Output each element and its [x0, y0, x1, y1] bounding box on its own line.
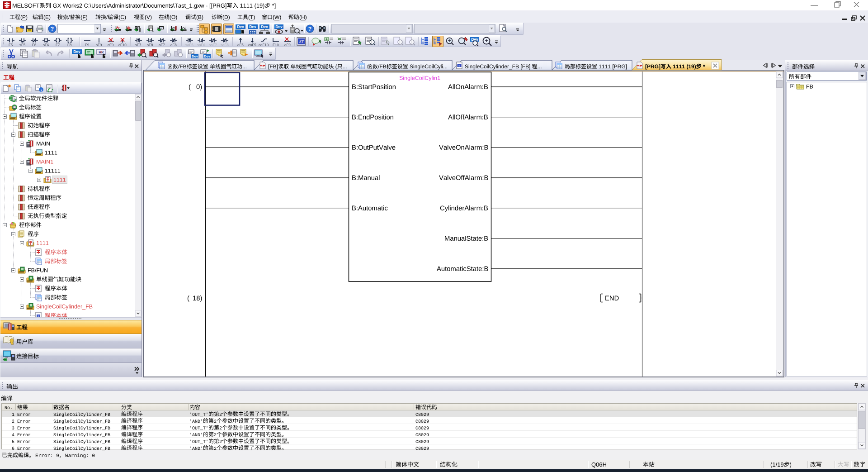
svg-text:Dev: Dev: [237, 24, 244, 29]
svg-text:Dev: Dev: [261, 24, 268, 29]
svg-text:Dev: Dev: [204, 54, 211, 58]
svg-text:?: ?: [51, 26, 54, 32]
svg-text:Dev: Dev: [73, 49, 80, 54]
svg-text:ST: ST: [299, 39, 304, 44]
svg-text:HK: HK: [99, 50, 104, 54]
svg-text:Dev: Dev: [249, 24, 256, 29]
svg-text:Dev: Dev: [275, 24, 283, 29]
svg-text:Dev: Dev: [192, 54, 198, 58]
svg-text:?: ?: [308, 26, 311, 32]
svg-text:st: st: [458, 64, 460, 67]
